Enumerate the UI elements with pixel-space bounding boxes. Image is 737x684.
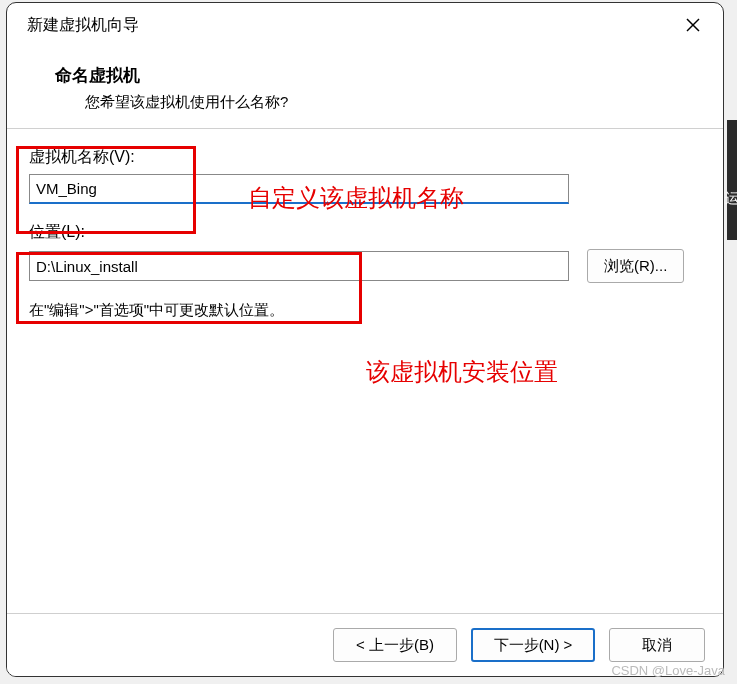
location-row: 浏览(R)... xyxy=(29,249,701,283)
wizard-button-bar: < 上一步(B) 下一步(N) > 取消 xyxy=(7,613,723,676)
back-button[interactable]: < 上一步(B) xyxy=(333,628,457,662)
wizard-step-title: 命名虚拟机 xyxy=(55,64,703,87)
wizard-header: 命名虚拟机 您希望该虚拟机使用什么名称? xyxy=(7,48,723,128)
new-vm-wizard-dialog: 新建虚拟机向导 命名虚拟机 您希望该虚拟机使用什么名称? 虚拟机名称(V): 位… xyxy=(6,2,724,677)
wizard-body: 虚拟机名称(V): 位置(L): 浏览(R)... 在"编辑">"首选项"中可更… xyxy=(7,129,723,613)
next-button[interactable]: 下一步(N) > xyxy=(471,628,595,662)
vm-location-label: 位置(L): xyxy=(29,222,701,243)
close-icon xyxy=(686,18,700,32)
default-location-hint: 在"编辑">"首选项"中可更改默认位置。 xyxy=(29,301,701,320)
vm-location-group: 位置(L): 浏览(R)... xyxy=(29,222,701,283)
close-button[interactable] xyxy=(677,11,709,39)
browse-button[interactable]: 浏览(R)... xyxy=(587,249,684,283)
side-strip: 运 xyxy=(727,120,737,240)
vm-name-label: 虚拟机名称(V): xyxy=(29,147,701,168)
cancel-button[interactable]: 取消 xyxy=(609,628,705,662)
titlebar: 新建虚拟机向导 xyxy=(7,3,723,48)
vm-name-group: 虚拟机名称(V): xyxy=(29,147,701,204)
dialog-title: 新建虚拟机向导 xyxy=(27,15,139,36)
vm-location-input[interactable] xyxy=(29,251,569,281)
vm-name-input[interactable] xyxy=(29,174,569,204)
wizard-step-subtitle: 您希望该虚拟机使用什么名称? xyxy=(55,93,703,112)
